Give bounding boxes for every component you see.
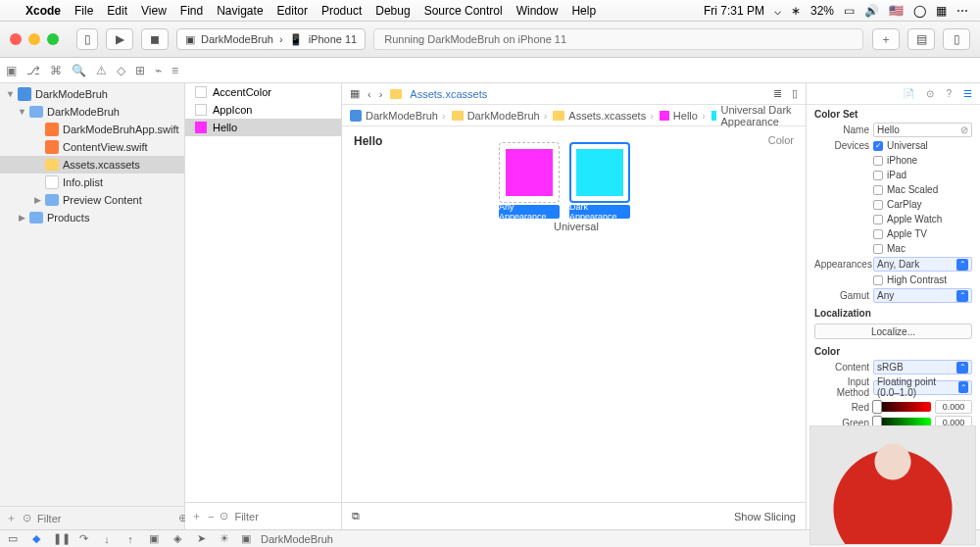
nav-row-darkmodebruhapp-swift[interactable]: DarkModeBruhApp.swift [0,121,184,138]
device-apple-tv-check[interactable] [873,229,883,239]
add-asset-button[interactable]: ＋ [191,509,202,523]
library-button[interactable]: ▤ [907,28,935,50]
remove-asset-button[interactable]: − [208,511,214,522]
nav-row-info-plist[interactable]: Info.plist [0,174,184,191]
menu-app[interactable]: Xcode [25,4,61,18]
device-universal-check[interactable]: ✓ [873,141,883,151]
asset-row-hello[interactable]: Hello [185,119,341,136]
device-ipad-check[interactable] [873,171,883,180]
menu-view[interactable]: View [141,4,167,18]
toggle-breakpoints[interactable]: ◆ [29,532,43,545]
debug-navigator-tab[interactable]: ⊞ [135,64,145,77]
red-value[interactable]: 0.000 [935,400,972,414]
adjust-editor-icon[interactable]: ▯ [792,87,798,100]
toggle-inspector[interactable]: ▯ [943,28,970,50]
asset-row-accentcolor[interactable]: AccentColor [185,83,341,101]
wifi-icon[interactable]: ⌵ [774,4,781,18]
menu-help[interactable]: Help [571,4,596,18]
environment-overrides[interactable]: ☀ [218,532,231,545]
asset-row-appicon[interactable]: AppIcon [185,101,341,119]
appearances-select[interactable]: Any, Dark⌃ [873,257,972,272]
simulate-location[interactable]: ➤ [194,532,208,545]
nav-row-contentview-swift[interactable]: ContentView.swift [0,138,184,156]
nav-back[interactable]: ‹ [368,88,371,100]
menu-debug[interactable]: Debug [375,4,410,18]
menu-edit[interactable]: Edit [107,4,127,18]
notifications-icon[interactable]: ⋯ [956,4,968,18]
step-into[interactable]: ↓ [100,533,114,545]
window-close[interactable] [10,33,22,45]
window-minimize[interactable] [28,33,40,45]
content-select[interactable]: sRGB⌃ [873,360,972,374]
device-carplay-check[interactable] [873,200,883,210]
control-center-icon[interactable]: ▦ [936,4,947,18]
red-slider[interactable] [873,402,931,412]
high-contrast-check[interactable] [873,275,883,285]
menu-file[interactable]: File [74,4,93,18]
add-target-button[interactable]: ＋ [6,511,17,525]
issue-navigator-tab[interactable]: ⚠ [96,64,107,77]
step-out[interactable]: ↑ [123,533,137,545]
battery-text[interactable]: 32% [810,4,834,18]
project-navigator-tab[interactable]: ▣ [6,64,17,77]
scheme-selector[interactable]: ▣ DarkModeBruh › 📱 iPhone 11 [176,28,366,50]
menu-product[interactable]: Product [321,4,362,18]
report-navigator-tab[interactable]: ≡ [172,64,178,77]
menu-source-control[interactable]: Source Control [424,4,503,18]
editor-options-icon[interactable]: ≣ [773,87,782,100]
color-well-any-appearance[interactable]: Any Appearance [499,142,560,219]
attributes-inspector-tab[interactable]: ☰ [963,88,972,99]
input-method-select[interactable]: Floating point (0.0–1.0)⌃ [873,380,972,395]
menu-find[interactable]: Find [180,4,203,18]
navigator-filter[interactable] [37,513,172,524]
nav-row-darkmodebruh[interactable]: ▼DarkModeBruh [0,85,184,103]
battery-icon[interactable]: ▭ [844,4,855,18]
debug-memory[interactable]: ◈ [171,532,184,545]
nav-row-darkmodebruh[interactable]: ▼DarkModeBruh [0,103,184,121]
menu-editor[interactable]: Editor [277,4,308,18]
symbol-navigator-tab[interactable]: ⌘ [50,64,62,77]
device-mac-check[interactable] [873,244,883,254]
flag-icon[interactable]: 🇺🇸 [889,4,904,18]
nav-row-preview-content[interactable]: ▶Preview Content [0,191,184,209]
volume-icon[interactable]: 🔊 [864,4,879,18]
toolbar: ▯ ▶ ◼ ▣ DarkModeBruh › 📱 iPhone 11 Runni… [0,22,980,58]
gamut-select[interactable]: Any⌃ [873,288,972,303]
pause-button[interactable]: ❚❚ [53,532,67,545]
device-apple-watch-check[interactable] [873,215,883,224]
run-button[interactable]: ▶ [106,28,133,50]
device-iphone-check[interactable] [873,156,883,166]
toggle-navigator[interactable]: ▯ [76,28,98,50]
jumpbar-file[interactable]: Assets.xcassets [410,88,487,100]
nav-forward[interactable]: › [379,88,383,100]
test-navigator-tab[interactable]: ◇ [117,64,125,77]
find-navigator-tab[interactable]: 🔍 [72,64,86,77]
related-items-icon[interactable]: ▦ [350,87,360,100]
menu-navigate[interactable]: Navigate [217,4,263,18]
name-field[interactable]: Hello⊘ [873,123,972,137]
localize-button[interactable]: Localize... [814,323,972,339]
device-mac-scaled-check[interactable] [873,185,883,195]
menu-window[interactable]: Window [516,4,559,18]
add-button[interactable]: ＋ [872,28,900,50]
clock[interactable]: Fri 7:31 PM [704,4,764,18]
spotlight-icon[interactable]: ◯ [913,4,926,18]
window-zoom[interactable] [47,33,59,45]
bluetooth-icon[interactable]: ∗ [791,4,801,18]
source-control-navigator-tab[interactable]: ⎇ [26,64,40,77]
breakpoint-navigator-tab[interactable]: ⌁ [155,64,162,77]
debug-target[interactable]: DarkModeBruh [261,533,333,545]
history-inspector-tab[interactable]: ⊙ [926,88,934,99]
copy-icon[interactable]: ⧉ [352,510,360,522]
stop-button[interactable]: ◼ [141,28,169,50]
help-inspector-tab[interactable]: ? [946,88,952,99]
breadcrumb[interactable]: DarkModeBruh› DarkModeBruh› Assets.xcass… [342,105,806,126]
file-inspector-tab[interactable]: 📄 [903,88,914,99]
hide-debug-area[interactable]: ▭ [6,532,20,545]
step-over[interactable]: ↷ [76,532,90,545]
nav-row-assets-xcassets[interactable]: Assets.xcassets [0,156,184,174]
show-slicing-button[interactable]: Show Slicing [734,511,796,522]
color-well-dark-appearance[interactable]: Dark Appearance [569,142,630,219]
debug-view-hierarchy[interactable]: ▣ [147,532,161,545]
nav-row-products[interactable]: ▶Products [0,209,184,226]
